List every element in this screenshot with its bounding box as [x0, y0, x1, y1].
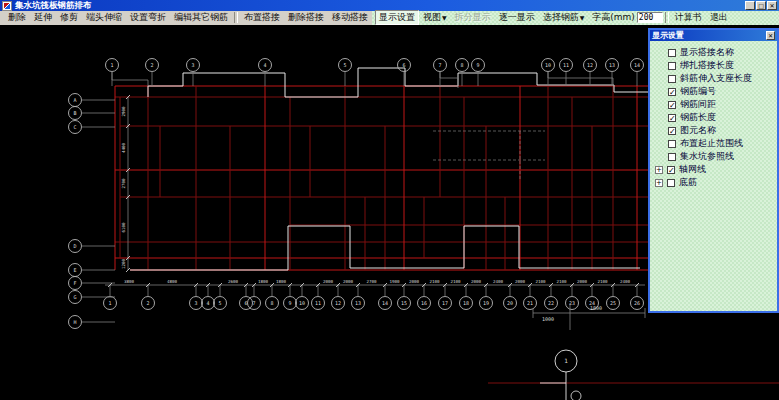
checkbox-label: 斜筋伸入支座长度	[680, 72, 752, 85]
tree-expand-icon[interactable]: +	[655, 166, 663, 174]
toolbar-right-group: 显示设置视图▼拆分显示逐一显示选择钢筋▼字高(mm)计算书退出	[372, 11, 779, 25]
panel-item-5: ✓钢筋长度	[654, 111, 775, 124]
dimension-text: 1800	[276, 279, 287, 284]
axis-bubble-bottom-label: 20	[507, 300, 513, 306]
toolbar-button-9[interactable]: 退出	[706, 11, 732, 24]
checkbox-label: 图元名称	[680, 124, 716, 137]
axis-bubble-top-label: 9	[476, 62, 479, 68]
checkbox-label: 绑扎搭接长度	[680, 59, 734, 72]
axis-bubble-bottom-label: 1	[108, 300, 111, 306]
toolbar-button-8[interactable]: 删除搭接	[284, 11, 328, 24]
axis-bubble-left-label: E	[73, 267, 76, 273]
minimize-button[interactable]: _	[745, 1, 755, 10]
checkbox-6[interactable]: ✓	[668, 127, 676, 135]
checkbox-label: 布置起止范围线	[680, 137, 743, 150]
panel-close-icon[interactable]: ✕	[766, 31, 775, 40]
dimension-text: 1900	[389, 279, 400, 284]
dimension-text: 2700	[121, 178, 126, 189]
font-height-label: 字高(mm)	[588, 11, 637, 24]
toolbar-button-0[interactable]: 显示设置	[375, 10, 419, 25]
checkbox-label: 钢筋长度	[680, 111, 716, 124]
toolbar-button-8[interactable]: 计算书	[671, 11, 706, 24]
toolbar-button-4[interactable]: 选择钢筋▼	[539, 11, 589, 24]
dimension-text: 4800	[167, 279, 178, 284]
tree-expand-icon[interactable]: +	[655, 179, 663, 187]
axis-bubble-left-label: B	[73, 110, 76, 116]
axis-bubble-bottom-label: 3	[194, 300, 197, 306]
checkbox-5[interactable]: ✓	[668, 114, 676, 122]
axis-bubble-top-label: 13	[609, 62, 615, 68]
dimension-text: 2600	[228, 279, 239, 284]
dimension-text: 2000	[343, 279, 354, 284]
dimension-text: 2100	[535, 279, 546, 284]
checkbox-10[interactable]	[667, 179, 675, 187]
dimension-text: 2400	[493, 279, 504, 284]
axis-bubble-bottom-label: 21	[527, 300, 533, 306]
checkbox-label: 轴网线	[679, 163, 706, 176]
axis-bubble-left-label: C	[73, 124, 76, 130]
toolbar-button-0[interactable]: 删除	[4, 11, 30, 24]
checkbox-1[interactable]	[668, 62, 676, 70]
toolbar-button-5[interactable]: 编辑其它钢筋	[170, 11, 232, 24]
axis-bubble-bottom-label: 25	[610, 300, 616, 306]
checkbox-7[interactable]	[668, 140, 676, 148]
axis-bubble-bottom-label: 8	[270, 300, 273, 306]
axis-bubble-bottom-label: 10	[299, 300, 305, 306]
checkbox-8[interactable]	[668, 153, 676, 161]
axis-bubble-top-label: 7	[438, 62, 441, 68]
checkbox-0[interactable]	[668, 49, 676, 57]
axis-bubble-bottom-label: 22	[548, 300, 554, 306]
checkbox-9[interactable]: ✓	[667, 166, 675, 174]
toolbar-button-7[interactable]: 布置搭接	[240, 11, 284, 24]
toolbar-button-2[interactable]: 修剪	[56, 11, 82, 24]
panel-item-7: 布置起止范围线	[654, 137, 775, 150]
checkbox-2[interactable]	[668, 75, 676, 83]
axis-bubble-top-label: 5	[343, 62, 346, 68]
dimension-text: 1000	[542, 316, 554, 322]
panel-title-bar[interactable]: 显示设置 ✕	[650, 30, 777, 41]
panel-item-4: ✓钢筋间距	[654, 98, 775, 111]
checkbox-label: 集水坑参照线	[680, 150, 734, 163]
axis-bubble-bottom-label: 14	[382, 300, 388, 306]
axis-bubble-bottom-label: 19	[483, 300, 489, 306]
panel-title: 显示设置	[652, 30, 766, 41]
close-button[interactable]: ✕	[767, 1, 777, 10]
dimension-text: 3800	[124, 279, 135, 284]
checkbox-4[interactable]: ✓	[668, 101, 676, 109]
toolbar-button-3[interactable]: 端头伸缩	[82, 11, 126, 24]
panel-item-2: 斜筋伸入支座长度	[654, 72, 775, 85]
toolbar-button-1[interactable]: 视图▼	[419, 11, 451, 24]
toolbar: 删除延伸修剪端头伸缩设置弯折编辑其它钢筋布置搭接删除搭接移动搭接 显示设置视图▼…	[0, 11, 779, 25]
axis-bubble-bottom-label: 17	[442, 300, 448, 306]
chevron-down-icon: ▼	[580, 14, 585, 21]
panel-item-3: ✓钢筋编号	[654, 85, 775, 98]
panel-item-8: 集水坑参照线	[654, 150, 775, 163]
detail-bubble-label: 1	[564, 357, 568, 364]
toolbar-button-9[interactable]: 移动搭接	[328, 11, 372, 24]
leader-elbow	[112, 72, 148, 86]
axis-bubble-bottom-label: 11	[315, 300, 321, 306]
axis-bubble-top-label: 12	[587, 62, 593, 68]
toolbar-button-3[interactable]: 逐一显示	[495, 11, 539, 24]
toolbar-separator	[665, 12, 669, 23]
detail-small-circle	[571, 391, 581, 400]
panel-item-0: 显示搭接名称	[654, 46, 775, 59]
panel-item-10: +底筋	[654, 176, 775, 189]
axis-bubble-top-label: 14	[634, 62, 640, 68]
chevron-down-icon: ▼	[442, 14, 447, 21]
axis-bubble-left-label: D	[73, 243, 76, 249]
axis-bubble-bottom-label: 7	[252, 300, 255, 306]
checkbox-3[interactable]: ✓	[668, 88, 676, 96]
toolbar-button-4[interactable]: 设置弯折	[126, 11, 170, 24]
axis-bubble-top-label: 11	[563, 62, 569, 68]
dimension-text: 2100	[556, 279, 567, 284]
panel-item-1: 绑扎搭接长度	[654, 59, 775, 72]
maximize-button[interactable]: □	[756, 1, 766, 10]
panel-item-9: +✓轴网线	[654, 163, 775, 176]
axis-bubble-bottom-label: 5	[218, 300, 221, 306]
toolbar-button-1[interactable]: 延伸	[30, 11, 56, 24]
font-height-input[interactable]	[637, 12, 663, 23]
axis-bubble-bottom-label: 18	[463, 300, 469, 306]
dimension-text: 2100	[597, 279, 608, 284]
axis-bubble-bottom-label: 26	[634, 300, 640, 306]
